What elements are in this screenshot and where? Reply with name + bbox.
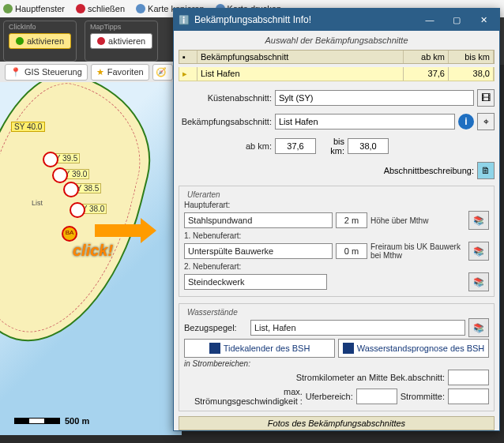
km-marker[interactable] [52,167,68,183]
maximize-button[interactable]: ▢ [446,12,468,28]
km-marker[interactable] [43,152,58,167]
toolbar-item-main[interactable]: Hauptfenster [3,4,65,13]
neb2-label: 2. Nebenuferart: [184,262,489,271]
play-icon: ▸ [179,67,197,81]
col-name: Bekämpfungsabschnitt [197,51,404,63]
haupt-m-field[interactable]: 2 m [336,212,367,228]
neb2-field[interactable]: Steindeckwerk [184,274,327,290]
ufer-label: Uferbereich: [306,392,353,401]
wasserstaende-group: Wasserstände Bezugspegel: List, Hafen 📚 … [179,303,495,411]
copy-icon [136,4,145,13]
photos-header: Fotos des Bekämpfungsabschnittes [179,416,495,430]
uferarten-group: Uferarten Hauptuferart: Stahlspundwand 2… [179,186,495,297]
uferarten-caption: Uferarten [184,190,224,199]
segment-table-row[interactable]: ▸ List Hafen 37,6 38,0 [179,67,495,81]
scale-icon [14,418,60,424]
book-button[interactable]: 📚 [468,211,489,230]
tidekalender-button[interactable]: Tidekalender des BSH [184,339,335,358]
doc-icon: 🗎 [481,165,491,176]
book-icon: 📚 [473,323,484,333]
map-canvas[interactable]: SY 40.0 SY 39.5 SY 39.0 SY 38.5 SY 38.0 … [0,82,182,435]
minimize-button[interactable]: ― [419,12,441,28]
segment-table-header: ▪ Bekämpfungsabschnitt ab km bis km [179,50,495,64]
star-icon: ★ [96,67,104,77]
book-icon: 📚 [473,277,484,287]
tabstrip: 📍GIS Steuerung ★Favoriten 🧭 [0,62,191,83]
haupt-label: Hauptuferart: [184,201,489,209]
segment-banner: SY 40.0 [11,122,45,132]
strom1-label: Stromkilometer an Mitte Bek.abschnitt: [184,373,445,382]
film-icon: 🎞 [481,92,491,103]
neb1-label: 1. Nebenuferart: [184,231,489,240]
biskm-label: bis km: [319,137,344,156]
stromkm-field[interactable] [448,370,489,385]
mitte-label: Strommitte: [401,392,445,401]
status-dot-off-icon [97,37,105,45]
wasser-caption: Wasserstände [184,308,241,317]
ufer-field[interactable] [356,389,397,404]
ba-marker[interactable]: BA [62,226,77,242]
beschreibung-label: Abschnittbeschreibung: [384,166,474,175]
clickinfo-group: ClickInfo aktivieren [3,21,77,62]
biskm-field[interactable]: 38,0 [348,138,389,154]
mitte-field[interactable] [448,389,489,404]
kuesten-field[interactable]: Sylt (SY) [275,90,474,106]
info-dialog: ℹ️ Bekämpfungsabschnitt Info! ― ▢ ✕ Ausw… [173,8,500,431]
neb1-side: Freiraum bis UK Bauwerk bei Mthw [370,242,465,260]
maptipps-activate-button[interactable]: aktivieren [90,33,152,49]
film-button[interactable]: 🎞 [477,89,495,107]
close-button[interactable]: ✕ [472,12,495,28]
strom-caption: in Strombereichen: [184,359,489,368]
abkm-label: ab km: [179,141,272,151]
home-icon [3,4,13,13]
neb1-m-field[interactable]: 0 m [336,243,367,259]
clickinfo-activate-button[interactable]: aktivieren [9,33,71,49]
compass-icon: 🧭 [156,67,167,77]
bezug-label: Bezugspegel: [184,323,247,332]
haupt-field[interactable]: Stahlspundwand [184,212,333,228]
row-icon-col: ▪ [179,51,197,63]
locate-button[interactable]: ⌖ [477,113,495,130]
col-biskm: bis km [449,51,494,63]
strom2-label: max. Strömungsgeschwindigkeit : [184,387,303,406]
dialog-titlebar[interactable]: ℹ️ Bekämpfungsabschnitt Info! ― ▢ ✕ [174,9,499,31]
book-button[interactable]: 📚 [468,242,489,261]
bezug-field[interactable]: List, Hafen [250,320,465,336]
km-marker[interactable] [70,202,85,218]
bek-field[interactable]: List Hafen [275,114,455,130]
kuesten-label: Küstenabschnitt: [179,93,272,103]
tab-gis[interactable]: 📍GIS Steuerung [5,64,88,81]
locate-icon: ⌖ [483,116,489,127]
place-label: List [32,199,43,207]
tide-icon [209,343,220,354]
clickinfo-title: ClickInfo [9,23,71,31]
info-button[interactable]: i [458,114,474,130]
book-icon: 📚 [473,216,484,226]
maptipps-title: MapTipps [90,23,152,31]
km-marker[interactable] [63,182,79,197]
book-button[interactable]: 📚 [468,318,489,337]
section-header: Auswahl der Bekämpfungsabschnitte [179,34,495,47]
click-label: click! [73,242,113,260]
toolbar-item-close[interactable]: schließen [76,4,125,13]
prognose-button[interactable]: Wasserstandsprognose des BSH [338,339,489,358]
beschreibung-button[interactable]: 🗎 [477,162,495,179]
tab-favoriten[interactable]: ★Favoriten [91,64,149,81]
status-dot-on-icon [16,37,24,45]
haupt-side: Höhe über Mthw [370,216,465,225]
dialog-title: Bekämpfungsabschnitt Info! [194,14,414,25]
close-icon [76,4,85,13]
book-button[interactable]: 📚 [468,272,489,291]
abkm-field[interactable]: 37,6 [275,138,316,154]
photos-section: Fotos des Bekämpfungsabschnittes ab km b… [179,416,495,430]
col-abkm: ab km [404,51,449,63]
pin-icon: 📍 [10,67,21,77]
neb1-field[interactable]: Unterspülte Bauwerke [184,243,333,259]
forecast-icon [343,343,354,354]
bek-label: Bekämpfungsabschnitt: [179,117,272,126]
tab-compass[interactable]: 🧭 [152,64,173,81]
info-icon: ℹ️ [179,15,190,25]
scale-bar: 500 m [14,416,89,426]
maptipps-group: MapTipps aktivieren [85,21,158,62]
book-icon: 📚 [473,246,484,257]
